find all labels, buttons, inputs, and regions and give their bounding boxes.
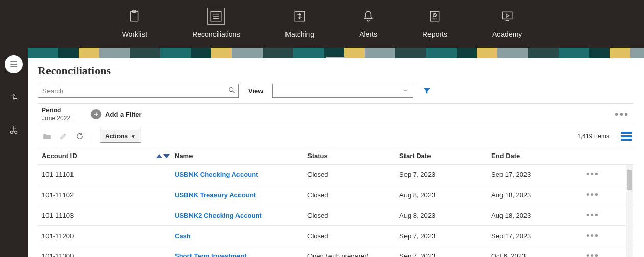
table-row[interactable]: 101-11101USBNK Checking AccountClosedSep… xyxy=(38,165,634,185)
left-rail xyxy=(0,48,28,257)
column-header-label: Status xyxy=(307,152,328,160)
caret-down-icon: ▼ xyxy=(131,134,136,139)
view-select[interactable] xyxy=(272,84,413,98)
nav-label: Matching xyxy=(285,30,314,38)
column-header-account-id[interactable]: Account ID xyxy=(42,152,175,160)
rail-balance-button[interactable] xyxy=(5,120,23,139)
separator xyxy=(92,132,92,141)
chevron-down-icon xyxy=(402,87,409,95)
row-overflow-menu[interactable]: ••• xyxy=(586,190,599,200)
rail-list-button[interactable] xyxy=(5,55,23,73)
table-row[interactable]: 101-11300Short Term InvestmentOpen (with… xyxy=(38,246,634,257)
filter-bar: Period June 2022 Add a Filter ••• xyxy=(38,103,634,125)
search-input[interactable] xyxy=(38,84,239,98)
cell-end-date: Sep 17, 2023 xyxy=(491,232,583,240)
scroll-thumb[interactable] xyxy=(627,170,632,190)
column-header-status[interactable]: Status xyxy=(307,152,399,160)
video-icon xyxy=(498,8,516,25)
actions-menu-label: Actions xyxy=(105,133,128,140)
swap-icon xyxy=(291,8,308,25)
table-header: Account ID Name Status Start Date End Da… xyxy=(38,147,634,165)
view-label: View xyxy=(248,87,263,95)
sort-asc-icon[interactable] xyxy=(156,154,162,158)
column-header-label: End Date xyxy=(491,152,520,160)
cell-start-date: Sep 7, 2023 xyxy=(399,252,491,257)
sort-controls xyxy=(156,154,170,158)
svg-point-22 xyxy=(229,88,233,92)
rail-transactions-button[interactable] xyxy=(5,88,23,106)
cell-end-date: Aug 18, 2023 xyxy=(491,191,583,199)
cell-status: Closed xyxy=(307,232,399,240)
column-header-label: Account ID xyxy=(42,152,77,160)
nav-label: Worklist xyxy=(122,30,148,38)
filter-chip-label: Period xyxy=(42,107,70,114)
open-folder-button[interactable] xyxy=(42,131,52,141)
table-scroll-area: 101-11101USBNK Checking AccountClosedSep… xyxy=(38,165,634,257)
nav-label: Alerts xyxy=(359,30,377,38)
filter-chip-period[interactable]: Period June 2022 xyxy=(42,107,70,122)
sort-desc-icon[interactable] xyxy=(163,154,170,158)
plus-circle-icon xyxy=(91,109,101,119)
filter-icon[interactable] xyxy=(422,86,432,95)
row-overflow-menu[interactable]: ••• xyxy=(586,169,599,180)
nav-reconciliations[interactable]: Reconciliations xyxy=(187,4,245,44)
cell-name-link[interactable]: Short Term Investment xyxy=(175,252,247,257)
cell-account-id: 101-11300 xyxy=(42,252,175,257)
add-filter-button[interactable]: Add a Filter xyxy=(91,109,142,119)
cell-end-date: Aug 18, 2023 xyxy=(491,212,583,219)
filter-chip-value: June 2022 xyxy=(42,115,70,122)
cell-name-link[interactable]: USBNK2 Checking Account xyxy=(175,212,262,219)
report-icon xyxy=(426,8,443,25)
nav-label: Academy xyxy=(492,30,522,38)
row-overflow-menu[interactable]: ••• xyxy=(586,230,599,241)
column-header-end-date[interactable]: End Date xyxy=(491,152,583,160)
cell-account-id: 101-11200 xyxy=(42,232,175,240)
column-header-name[interactable]: Name xyxy=(175,152,307,160)
bell-icon xyxy=(360,8,377,25)
row-overflow-menu[interactable]: ••• xyxy=(586,210,599,221)
cell-start-date: Aug 8, 2023 xyxy=(399,212,491,219)
cell-status: Open (with preparer) xyxy=(307,252,399,257)
nav-matching[interactable]: Matching xyxy=(280,4,319,44)
cell-name-link[interactable]: USBNK Treasury Account xyxy=(175,191,256,199)
clipboard-icon xyxy=(126,8,143,25)
nav-alerts[interactable]: Alerts xyxy=(354,4,383,44)
nav-label: Reports xyxy=(422,30,447,38)
add-filter-label: Add a Filter xyxy=(105,111,142,118)
svg-marker-13 xyxy=(506,14,509,18)
table-row[interactable]: 101-11102USBNK Treasury AccountClosedAug… xyxy=(38,185,634,205)
svg-line-23 xyxy=(233,91,234,93)
vertical-scrollbar[interactable] xyxy=(626,165,633,257)
svg-marker-24 xyxy=(424,88,430,94)
cell-name-link[interactable]: USBNK Checking Account xyxy=(175,171,258,178)
column-header-label: Start Date xyxy=(399,152,431,160)
cell-account-id: 101-11101 xyxy=(42,171,175,178)
filter-bar-overflow-menu[interactable]: ••• xyxy=(612,109,632,120)
search-box xyxy=(38,84,239,98)
cell-status: Closed xyxy=(307,191,399,199)
actions-menu[interactable]: Actions ▼ xyxy=(100,130,141,143)
svg-point-19 xyxy=(15,131,17,134)
table-action-bar: Actions ▼ 1,419 Items xyxy=(38,125,634,147)
nav-worklist[interactable]: Worklist xyxy=(117,4,153,44)
nav-reports[interactable]: Reports xyxy=(417,4,452,44)
column-header-label: Name xyxy=(175,152,193,160)
list-icon xyxy=(207,8,225,25)
cell-end-date: Oct 6, 2023 xyxy=(491,252,583,257)
nav-label: Reconciliations xyxy=(192,30,240,38)
refresh-button[interactable] xyxy=(75,131,85,141)
density-toggle[interactable] xyxy=(621,132,632,141)
cell-status: Closed xyxy=(307,212,399,219)
edit-button[interactable] xyxy=(58,131,68,141)
cell-start-date: Aug 8, 2023 xyxy=(399,191,491,199)
row-overflow-menu[interactable]: ••• xyxy=(586,251,599,257)
search-icon[interactable] xyxy=(228,86,236,94)
table-row[interactable]: 101-11103USBNK2 Checking AccountClosedAu… xyxy=(38,205,634,226)
cell-start-date: Sep 7, 2023 xyxy=(399,171,491,178)
table-row[interactable]: 101-11200CashClosedSep 7, 2023Sep 17, 20… xyxy=(38,226,634,246)
top-nav: Worklist Reconciliations Matching Alerts… xyxy=(0,0,644,48)
column-header-start-date[interactable]: Start Date xyxy=(399,152,491,160)
cell-name-link[interactable]: Cash xyxy=(175,232,191,240)
svg-point-18 xyxy=(10,131,13,134)
nav-academy[interactable]: Academy xyxy=(487,4,527,44)
